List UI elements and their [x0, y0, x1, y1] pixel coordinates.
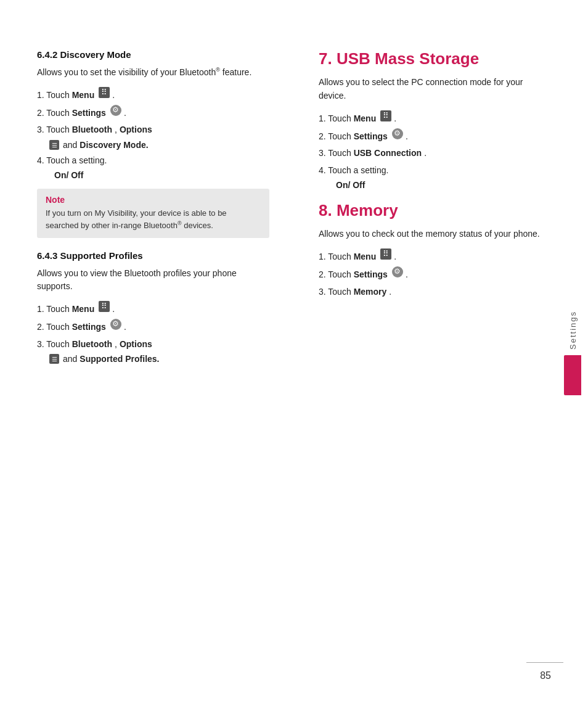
page-divider	[526, 662, 563, 663]
settings-icon-2	[110, 319, 121, 330]
section-642-description: Allows you to set the visibility of your…	[37, 66, 269, 80]
settings-icon-1	[110, 105, 121, 116]
step-643-3: 3. Touch Bluetooth , Options	[37, 337, 269, 351]
menu-icon-1	[99, 87, 110, 98]
step-642-3: 3. Touch Bluetooth , Options	[37, 123, 269, 136]
note-text: If you turn on My Visibility, your devic…	[46, 207, 261, 231]
section-643-heading: 6.4.3 Supported Profiles	[37, 250, 269, 261]
step-7-2: 2. Touch Settings .	[319, 128, 551, 143]
step-8-1: 1. Touch Menu .	[319, 248, 551, 263]
section-8-description: Allows you to check out the memory statu…	[319, 228, 551, 241]
section-7-heading: 7. USB Mass Storage	[319, 49, 551, 68]
section-8-heading: 8. Memory	[319, 201, 551, 220]
options-icon-2	[49, 354, 59, 364]
step-7-4: 4. Touch a setting.	[319, 163, 551, 177]
section-642-heading: 6.4.2 Discovery Mode	[37, 49, 269, 60]
usb-setting-value: On/ Off	[336, 180, 551, 190]
step-7-1: 1. Touch Menu .	[319, 110, 551, 125]
settings-icon-3	[392, 128, 403, 139]
menu-icon-2	[99, 301, 110, 312]
step-8-2: 2. Touch Settings .	[319, 266, 551, 281]
page-number: 85	[540, 670, 551, 681]
menu-icon-4	[380, 248, 391, 260]
note-box: Note If you turn on My Visibility, your …	[37, 189, 269, 237]
step-642-1: 1. Touch Menu .	[37, 87, 269, 102]
note-label: Note	[46, 195, 261, 205]
sidebar-label: Settings	[568, 311, 578, 350]
step-643-3-cont: and Supported Profiles.	[48, 354, 269, 364]
right-column: 7. USB Mass Storage Allows you to select…	[306, 49, 551, 669]
step-643-2: 2. Touch Settings .	[37, 319, 269, 334]
menu-icon-3	[380, 110, 391, 121]
options-icon-1	[49, 140, 59, 150]
step-8-3: 3. Touch Memory .	[319, 285, 551, 298]
sidebar-bar	[564, 355, 581, 395]
step-643-1: 1. Touch Menu .	[37, 301, 269, 316]
section-7-description: Allows you to select the PC connection m…	[319, 76, 551, 102]
step-642-4: 4. Touch a setting.	[37, 154, 269, 167]
section-643-description: Allows you to view the Bluetooth profile…	[37, 267, 269, 293]
settings-icon-4	[392, 266, 403, 277]
page-content: 6.4.2 Discovery Mode Allows you to set t…	[0, 0, 588, 706]
sidebar: Settings	[557, 0, 588, 706]
left-column: 6.4.2 Discovery Mode Allows you to set t…	[37, 49, 282, 669]
step-642-2: 2. Touch Settings .	[37, 105, 269, 120]
step-7-3: 3. Touch USB Connection .	[319, 146, 551, 160]
discovery-mode-value: On/ Off	[54, 170, 269, 180]
